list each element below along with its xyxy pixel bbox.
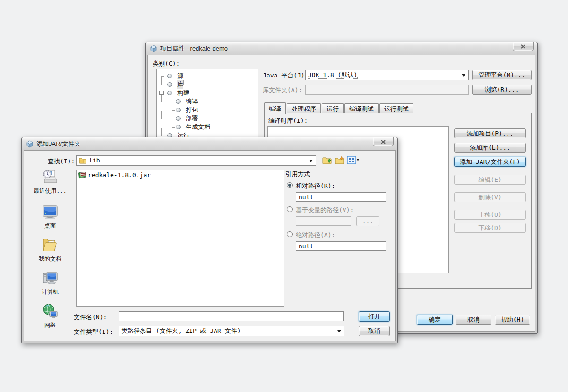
selected-tree-label: 库 bbox=[177, 80, 183, 89]
desktop-icon bbox=[42, 204, 59, 221]
look-in-label: 查找(I): bbox=[48, 157, 75, 166]
netbeans-cube-icon bbox=[26, 140, 34, 148]
manage-platforms-button[interactable]: 管理平台(M)... bbox=[472, 70, 532, 80]
add-jar-folder-title: 添加JAR/文件夹 bbox=[36, 140, 80, 148]
move-down-button[interactable]: 下移(D) bbox=[454, 223, 526, 233]
chevron-down-icon bbox=[337, 330, 341, 334]
tab-compile-tests[interactable]: 编译测试 bbox=[344, 103, 379, 113]
up-one-level-button[interactable] bbox=[322, 156, 332, 165]
netbeans-cube-icon bbox=[150, 45, 157, 52]
libraries-folder-label: 库文件夹(A): bbox=[263, 86, 302, 94]
tab-processor[interactable]: 处理程序 bbox=[287, 103, 321, 113]
absolute-path-radio[interactable] bbox=[287, 231, 293, 237]
tree-item-sources[interactable]: 源 bbox=[157, 72, 257, 80]
place-recent-files[interactable]: 最近使用... bbox=[28, 169, 72, 195]
tree-item-documenting[interactable]: 生成文档 bbox=[157, 123, 257, 131]
recent-files-icon bbox=[42, 169, 59, 186]
java-platform-select[interactable]: JDK 1.8 (默认) bbox=[305, 70, 469, 80]
file-type-select[interactable]: 类路径条目 (文件夹, ZIP 或 JAR 文件) bbox=[119, 326, 344, 336]
close-button[interactable] bbox=[373, 137, 394, 146]
libraries-folder-field[interactable] bbox=[305, 85, 469, 95]
node-icon bbox=[167, 91, 172, 95]
node-icon bbox=[176, 108, 181, 112]
place-my-documents[interactable]: 我的文档 bbox=[28, 237, 72, 263]
remove-button[interactable]: 删除(V) bbox=[454, 192, 526, 202]
close-icon bbox=[380, 140, 386, 144]
my-documents-icon bbox=[42, 237, 59, 254]
node-icon bbox=[167, 82, 172, 87]
cancel-button[interactable]: 取消 bbox=[359, 326, 390, 336]
place-network[interactable]: 网络 bbox=[28, 303, 72, 329]
variable-path-field[interactable] bbox=[296, 216, 351, 226]
tree-item-libraries[interactable]: 库 bbox=[157, 80, 257, 89]
network-icon bbox=[42, 303, 59, 320]
relative-path-field[interactable]: null bbox=[296, 192, 386, 202]
help-button[interactable]: 帮助(H) bbox=[495, 315, 530, 325]
variable-path-radio[interactable] bbox=[287, 206, 293, 212]
absolute-path-label: 绝对路径(A): bbox=[296, 231, 335, 239]
computer-icon bbox=[42, 270, 59, 287]
tree-item-deploy[interactable]: 部署 bbox=[157, 114, 257, 123]
ok-button[interactable]: 确定 bbox=[417, 315, 453, 325]
jar-file-icon bbox=[78, 171, 86, 179]
tab-run-tests[interactable]: 运行测试 bbox=[379, 103, 413, 113]
file-name-field[interactable] bbox=[119, 311, 344, 321]
tree-item-compile[interactable]: 编译 bbox=[157, 97, 257, 106]
move-up-button[interactable]: 上移(U) bbox=[454, 210, 526, 220]
node-icon bbox=[176, 99, 181, 104]
add-jar-folder-titlebar[interactable]: 添加JAR/文件夹 bbox=[22, 137, 397, 150]
place-computer[interactable]: 计算机 bbox=[28, 270, 72, 296]
tree-item-packaging[interactable]: 打包 bbox=[157, 106, 257, 114]
chevron-down-icon bbox=[462, 74, 465, 78]
place-desktop[interactable]: 桌面 bbox=[28, 204, 72, 230]
reference-as-title: 引用方式 bbox=[285, 170, 310, 179]
cancel-button[interactable]: 取消 bbox=[456, 315, 491, 325]
file-type-label: 文件类型(I): bbox=[74, 328, 113, 336]
edit-button[interactable]: 编辑(E) bbox=[454, 175, 526, 185]
relative-path-radio[interactable] bbox=[287, 182, 293, 188]
chevron-down-icon bbox=[309, 160, 313, 164]
new-folder-button[interactable] bbox=[335, 156, 344, 165]
open-button[interactable]: 打开 bbox=[359, 311, 390, 322]
file-name: redkale-1.8.0.jar bbox=[88, 171, 151, 179]
add-jar-folder-button[interactable]: 添加 JAR/文件夹(F) bbox=[454, 157, 526, 167]
java-platform-label: Java 平台(J): bbox=[263, 71, 308, 80]
add-project-button[interactable]: 添加项目(P)... bbox=[454, 128, 526, 138]
collapse-icon[interactable] bbox=[159, 91, 164, 95]
node-icon bbox=[176, 125, 181, 129]
tab-compile[interactable]: 编译 bbox=[264, 102, 286, 114]
node-icon bbox=[167, 74, 172, 78]
node-icon bbox=[176, 116, 181, 121]
browse-button[interactable]: 浏览(R)... bbox=[472, 85, 532, 95]
view-menu-button[interactable] bbox=[347, 156, 360, 164]
file-list[interactable]: redkale-1.8.0.jar bbox=[76, 170, 284, 307]
add-library-button[interactable]: 添加库(L)... bbox=[454, 143, 526, 153]
file-name-label: 文件名(N): bbox=[74, 313, 107, 322]
project-properties-title: 项目属性 - redkale-demo bbox=[160, 44, 228, 53]
tree-item-build[interactable]: 构建 bbox=[157, 89, 257, 97]
compile-time-libraries-label: 编译时库(I): bbox=[268, 117, 308, 125]
add-jar-folder-dialog: 添加JAR/文件夹 查找(I): lib bbox=[21, 137, 398, 343]
tab-run[interactable]: 运行 bbox=[322, 103, 344, 113]
variable-path-label: 基于变量的路径(V): bbox=[296, 206, 353, 214]
variable-path-more-button[interactable]: ... bbox=[356, 216, 379, 226]
file-row-redkale-jar[interactable]: redkale-1.8.0.jar bbox=[78, 171, 151, 179]
close-icon bbox=[520, 44, 526, 49]
relative-path-label: 相对路径(R): bbox=[296, 182, 335, 190]
category-label: 类别(C): bbox=[153, 60, 180, 68]
add-jar-folder-body: 查找(I): lib 最近使用... 桌面 bbox=[24, 150, 396, 341]
project-properties-titlebar[interactable]: 项目属性 - redkale-demo bbox=[146, 42, 537, 55]
close-button[interactable] bbox=[513, 42, 534, 51]
absolute-path-field[interactable]: null bbox=[296, 241, 386, 251]
look-in-select[interactable]: lib bbox=[76, 155, 316, 166]
folder-icon bbox=[79, 157, 86, 164]
